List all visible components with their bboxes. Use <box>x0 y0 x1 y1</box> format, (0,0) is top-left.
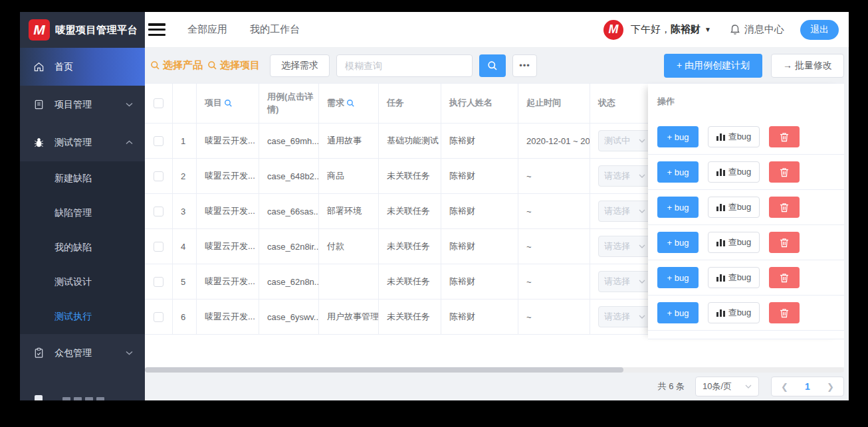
logout-button[interactable]: 退出 <box>800 20 839 40</box>
bar-chart-icon <box>716 238 725 246</box>
delete-button[interactable] <box>769 197 800 218</box>
scrollbar-thumb[interactable] <box>145 367 623 373</box>
batch-edit-button[interactable]: → 批量修改 <box>771 54 844 78</box>
row-checkbox[interactable] <box>154 171 163 181</box>
select-requirement-button[interactable]: 选择需求 <box>270 54 330 77</box>
logo-icon: M <box>29 19 50 41</box>
delete-button[interactable] <box>769 126 800 147</box>
cell-case-link[interactable]: case_648b2... <box>259 159 319 193</box>
add-bug-button[interactable]: + bug <box>657 267 699 288</box>
select-all-checkbox[interactable] <box>154 98 163 108</box>
status-value: 测试中 <box>604 135 630 147</box>
row-checkbox[interactable] <box>154 312 163 322</box>
select-product-link[interactable]: 选择产品 <box>150 59 203 72</box>
status-select[interactable]: 请选择 <box>598 236 651 257</box>
toolbar-actions: + 由用例创建计划 → 批量修改 <box>664 54 844 78</box>
delete-button[interactable] <box>769 267 800 288</box>
cell-case-link[interactable]: case_6yswv... <box>259 299 319 334</box>
page-size-select[interactable]: 10条/页 <box>695 377 759 396</box>
cell-task: 未关联任务 <box>379 159 441 193</box>
current-page[interactable]: 1 <box>805 381 810 392</box>
add-bug-button[interactable]: + bug <box>657 232 699 253</box>
trash-icon <box>780 132 789 142</box>
cell-case-link[interactable]: case_62n8ir... <box>259 229 319 264</box>
sidebar-item-my-defects[interactable]: 我的缺陷 <box>20 230 145 265</box>
cell-requirement <box>319 264 379 299</box>
pager: ❮ 1 ❯ <box>771 377 844 396</box>
view-bug-button[interactable]: 查bug <box>708 267 760 288</box>
view-bug-button[interactable]: 查bug <box>708 161 760 183</box>
view-bug-button[interactable]: 查bug <box>708 197 760 218</box>
menu-toggle-icon[interactable] <box>148 23 165 36</box>
status-select[interactable]: 请选择 <box>598 165 651 187</box>
view-bug-button[interactable]: 查bug <box>708 302 760 323</box>
select-project-link[interactable]: 选择项目 <box>207 59 260 72</box>
view-bug-button[interactable]: 查bug <box>708 126 760 147</box>
cell-executor: 陈裕财 <box>441 264 518 299</box>
sidebar-item-defect-mgmt[interactable]: 缺陷管理 <box>20 196 145 230</box>
header-tabs: 全部应用 我的工作台 <box>187 23 300 36</box>
cell-requirement: 部署环境 <box>319 194 379 228</box>
cell-dates: ~ <box>518 194 590 228</box>
status-value: 请选择 <box>604 276 630 288</box>
delete-button[interactable] <box>769 302 800 323</box>
more-filters-button[interactable]: ••• <box>512 54 537 77</box>
view-bug-label: 查bug <box>728 131 752 143</box>
status-select[interactable]: 请选择 <box>598 306 651 327</box>
chevron-down-icon <box>639 315 645 319</box>
column-search-icon[interactable] <box>346 99 355 108</box>
delete-button[interactable] <box>769 161 800 183</box>
tab-my-workbench[interactable]: 我的工作台 <box>250 23 300 36</box>
status-value: 请选择 <box>604 170 630 182</box>
tab-all-apps[interactable]: 全部应用 <box>187 23 227 36</box>
sidebar-item-partial[interactable] <box>35 395 104 400</box>
cell-task: 未关联任务 <box>379 299 441 334</box>
user-greeting[interactable]: 下午好，陈裕财 <box>631 23 701 36</box>
cell-case-link[interactable]: case_66sas... <box>259 194 319 228</box>
sidebar-item-test-execution[interactable]: 测试执行 <box>20 299 145 334</box>
add-bug-button[interactable]: + bug <box>657 161 699 183</box>
delete-button[interactable] <box>769 232 800 253</box>
add-bug-button[interactable]: + bug <box>657 302 699 323</box>
cell-case-link[interactable]: case_62n8n... <box>259 264 319 299</box>
cell-requirement: 商品 <box>319 159 379 193</box>
header-task: 任务 <box>379 84 441 123</box>
avatar[interactable]: M <box>603 20 623 40</box>
add-bug-button[interactable]: + bug <box>657 126 699 147</box>
sidebar-item-crowdsourcing[interactable]: 众包管理 <box>20 334 145 372</box>
row-checkbox[interactable] <box>154 136 163 146</box>
row-checkbox[interactable] <box>154 277 163 287</box>
app-window: M 唛盟项目管理平台 首页 项目管理 测试管理 <box>20 12 849 400</box>
message-center-link[interactable]: 消息中心 <box>730 23 784 36</box>
prev-page-button[interactable]: ❮ <box>781 382 788 392</box>
row-checkbox[interactable] <box>154 207 163 216</box>
sidebar-item-new-defect[interactable]: 新建缺陷 <box>20 161 145 196</box>
header-executor: 执行人姓名 <box>441 84 518 123</box>
sidebar-item-test-design[interactable]: 测试设计 <box>20 265 145 299</box>
row-checkbox[interactable] <box>154 242 163 252</box>
filter-toolbar: 选择产品 选择项目 选择需求 ••• + 由用例创建计划 → 批量修改 <box>145 48 844 83</box>
next-page-button[interactable]: ❯ <box>827 382 834 392</box>
sidebar-item-label: 众包管理 <box>54 347 92 359</box>
page-size-value: 10条/页 <box>703 381 732 392</box>
sidebar-item-label: 项目管理 <box>54 99 92 111</box>
cell-project: 唛盟云开发... <box>197 264 259 299</box>
create-plan-button[interactable]: + 由用例创建计划 <box>664 54 762 78</box>
status-select[interactable]: 请选择 <box>598 271 651 292</box>
cell-case-link[interactable]: case_69mh... <box>259 124 319 158</box>
home-icon <box>33 61 45 72</box>
sidebar-item-test-mgmt[interactable]: 测试管理 <box>20 124 145 161</box>
row-actions: + bug 查bug <box>648 225 844 260</box>
status-select[interactable]: 请选择 <box>598 201 651 222</box>
cell-requirement: 用户故事管理 <box>319 299 379 334</box>
status-select[interactable]: 测试中 <box>598 130 651 151</box>
view-bug-label: 查bug <box>728 307 752 319</box>
column-search-icon[interactable] <box>224 99 233 108</box>
view-bug-button[interactable]: 查bug <box>708 232 760 253</box>
user-dropdown-caret-icon[interactable]: ▼ <box>705 26 711 33</box>
sidebar-item-home[interactable]: 首页 <box>20 48 145 86</box>
add-bug-button[interactable]: + bug <box>657 197 699 218</box>
search-button[interactable] <box>479 54 506 77</box>
sidebar-item-project-mgmt[interactable]: 项目管理 <box>20 86 145 124</box>
fuzzy-search-input[interactable] <box>336 54 473 77</box>
